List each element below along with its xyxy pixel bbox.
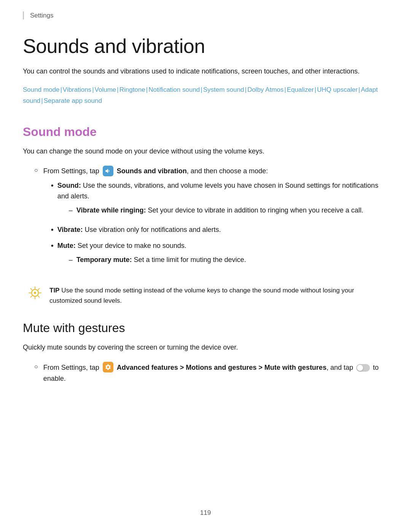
bullet-dot-marker: • [51,224,54,236]
list-item: – Temporary mute: Set a time limit for m… [57,254,246,265]
page-number: 119 [0,509,411,517]
sounds-and-vibration-icon [103,166,113,176]
page-container: Settings Sounds and vibration You can co… [0,0,411,532]
bullet-circle-marker: ○ [34,363,38,370]
list-item: – Vibrate while ringing: Set your device… [57,205,388,216]
svg-line-8 [38,288,40,290]
sound-mode-section: Sound mode You can change the sound mode… [23,125,388,306]
tip-content: Use the sound mode setting instead of th… [49,287,354,304]
list-item: • Sound: Use the sounds, vibrations, and… [43,180,388,220]
breadcrumb-text: Settings [30,12,53,19]
vibrate-option-text: Vibrate: Use vibration only for notifica… [57,224,221,235]
mute-gestures-list: ○ From Settings, tap Advanced features >… [23,362,388,384]
bullet-dot-marker: • [51,240,54,252]
mute-gestures-heading: Mute with gestures [23,321,388,335]
svg-line-7 [31,296,32,297]
list-item: ○ From Settings, tap Advanced features >… [23,362,388,384]
sound-sub-list: – Vibrate while ringing: Set your device… [57,205,388,216]
mute-gestures-description: Quickly mute sounds by covering the scre… [23,342,388,353]
nav-link-dolby-atmos[interactable]: Dolby Atmos [247,86,284,93]
dash-marker: – [69,205,73,216]
dash-marker: – [69,254,73,265]
nav-links: Sound mode|Vibrations|Volume|Ringtone|No… [23,85,388,107]
tip-icon [27,284,43,301]
nav-link-vibrations[interactable]: Vibrations [63,86,91,93]
nav-link-equalizer[interactable]: Equalizer [287,86,314,93]
tip-label: TIP [49,287,59,294]
mute-instruction-app: Advanced features > Motions and gestures… [117,364,327,371]
svg-line-6 [38,296,40,297]
page-title: Sounds and vibration [23,35,388,58]
bullet-dot-marker: • [51,179,54,192]
sound-mode-list: ○ From Settings, tap Sounds and vibratio… [23,166,388,273]
vibrate-while-ringing-label: Vibrate while ringing: [76,206,146,214]
instruction-app-name: Sounds and vibration [117,167,187,175]
instruction-prefix: From Settings, tap [43,167,99,175]
mute-instruction-suffix: , and tap [327,364,353,371]
instruction-text: From Settings, tap Sounds and vibration,… [43,166,388,273]
nav-link-ringtone[interactable]: Ringtone [119,86,145,93]
vibrate-label: Vibrate: [57,226,83,233]
nav-link-sound-mode[interactable]: Sound mode [23,86,59,93]
mute-sub-list: – Temporary mute: Set a time limit for m… [57,254,246,265]
vibrate-while-ringing-text: Vibrate while ringing: Set your device t… [76,205,363,216]
list-item: • Vibrate: Use vibration only for notifi… [43,224,388,236]
sound-mode-heading: Sound mode [23,125,388,139]
nav-link-notification-sound[interactable]: Notification sound [148,86,200,93]
sound-option-text: Sound: Use the sounds, vibrations, and v… [57,180,388,220]
tip-text: TIP Use the sound mode setting instead o… [49,285,384,306]
mute-instruction-prefix: From Settings, tap [43,364,99,371]
temporary-mute-label: Temporary mute: [76,256,132,264]
mute-label: Mute: [57,242,76,249]
advanced-features-icon [103,362,113,372]
sound-mode-description: You can change the sound mode on your de… [23,146,388,157]
toggle-switch[interactable] [356,364,370,372]
instruction-suffix: , and then choose a mode: [187,167,268,175]
svg-line-5 [31,288,32,290]
sound-options-list: • Sound: Use the sounds, vibrations, and… [43,180,388,269]
mute-gestures-instruction: From Settings, tap Advanced features > M… [43,362,388,384]
nav-link-uhq[interactable]: UHQ upscaler [317,86,358,93]
list-item: • Mute: Set your device to make no sound… [43,240,388,269]
nav-link-volume[interactable]: Volume [95,86,116,93]
mute-gestures-section: Mute with gestures Quickly mute sounds b… [23,321,388,384]
nav-link-separate-app-sound[interactable]: Separate app sound [44,97,102,104]
temporary-mute-text: Temporary mute: Set a time limit for mut… [76,254,246,265]
toggle-knob [357,365,363,371]
nav-link-system-sound[interactable]: System sound [203,86,244,93]
sound-label: Sound: [57,182,81,189]
breadcrumb: Settings [23,11,388,19]
intro-text: You can control the sounds and vibration… [23,66,365,77]
mute-option-text: Mute: Set your device to make no sounds.… [57,240,246,269]
svg-point-9 [34,292,36,294]
tip-box: TIP Use the sound mode setting instead o… [23,285,388,306]
bullet-circle-marker: ○ [34,167,38,174]
list-item: ○ From Settings, tap Sounds and vibratio… [23,166,388,273]
